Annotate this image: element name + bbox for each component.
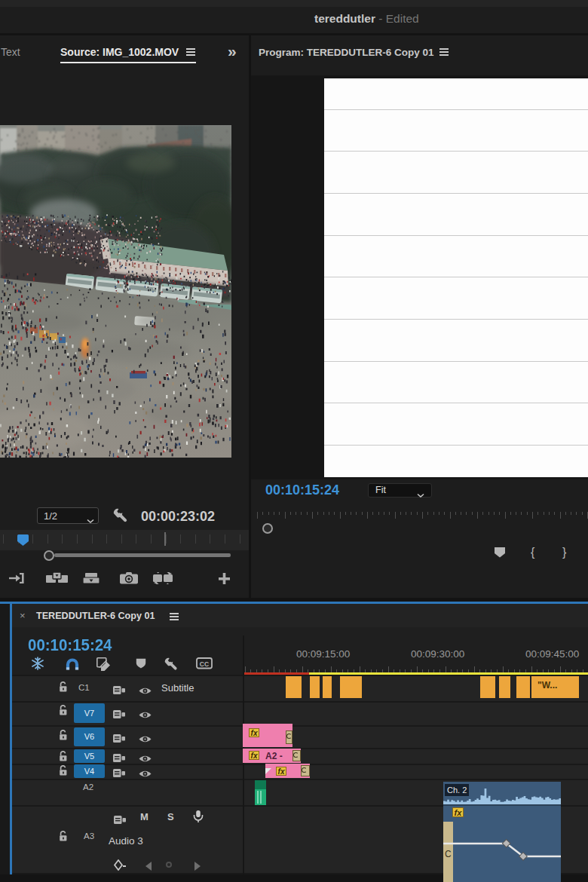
svg-text:CC: CC	[200, 660, 209, 668]
